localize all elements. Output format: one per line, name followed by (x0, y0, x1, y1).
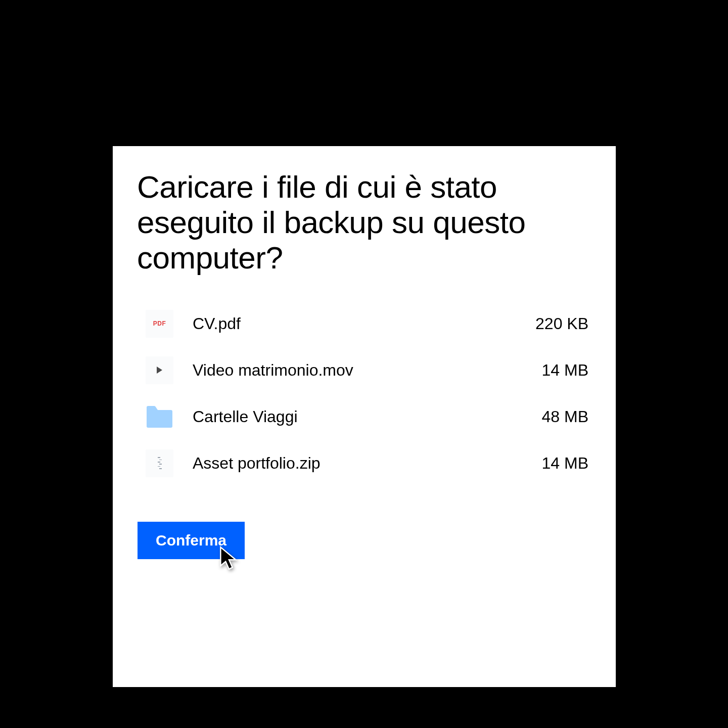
list-item[interactable]: Video matrimonio.mov 14 MB (146, 347, 588, 393)
pdf-badge-text: PDF (153, 320, 166, 327)
file-size: 14 MB (542, 361, 588, 380)
file-name: Video matrimonio.mov (193, 361, 542, 380)
pdf-icon: PDF (146, 310, 173, 338)
list-item[interactable]: PDF CV.pdf 220 KB (146, 300, 588, 347)
video-icon (146, 356, 173, 384)
file-list: PDF CV.pdf 220 KB Video matrimonio.mov 1… (146, 300, 588, 486)
file-name: CV.pdf (193, 314, 535, 333)
file-name: Cartelle Viaggi (193, 407, 542, 426)
folder-icon (146, 403, 173, 431)
file-name: Asset portfolio.zip (193, 454, 542, 473)
zip-icon (146, 449, 173, 477)
list-item[interactable]: Asset portfolio.zip 14 MB (146, 440, 588, 486)
file-size: 14 MB (542, 454, 588, 473)
dialog-heading: Caricare i file di cui è stato eseguito … (137, 169, 592, 276)
play-icon (157, 367, 162, 374)
file-size: 220 KB (535, 314, 588, 333)
cursor-icon (219, 545, 239, 571)
list-item[interactable]: Cartelle Viaggi 48 MB (146, 393, 588, 440)
file-size: 48 MB (542, 407, 588, 426)
